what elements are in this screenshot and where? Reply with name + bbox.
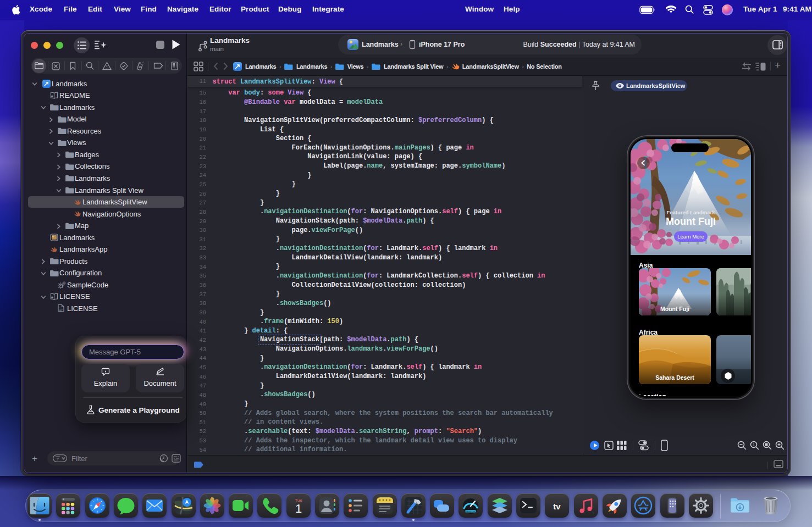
svg-text:tv: tv — [553, 502, 561, 511]
svg-text:SPEEDTEST: SPEEDTEST — [465, 511, 477, 513]
svg-text:1: 1 — [753, 442, 755, 447]
svg-text:1: 1 — [295, 502, 302, 515]
